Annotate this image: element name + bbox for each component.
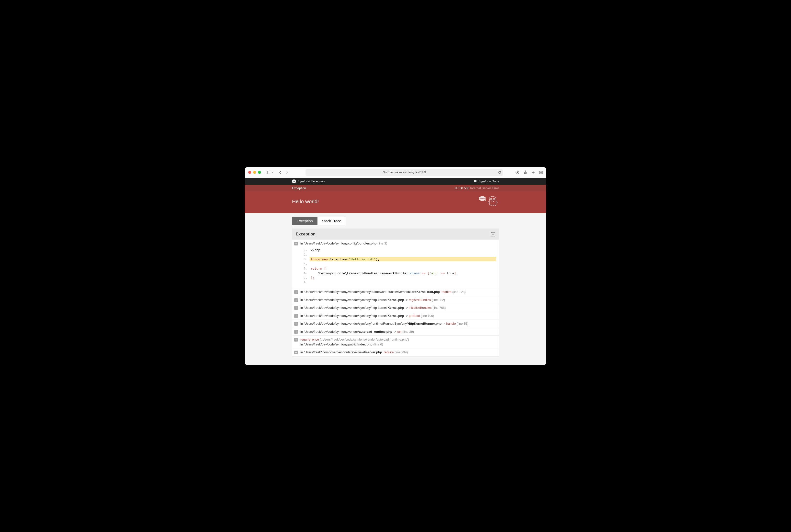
frame-location: in /Users/freek/dev/code/symfony/config/… xyxy=(300,241,496,246)
stack-frame: in /Users/freek/dev/code/symfony/vendor/… xyxy=(292,312,499,320)
close-window[interactable] xyxy=(248,171,251,174)
exception-message: Hello world! xyxy=(292,198,319,204)
frame-body: in /Users/freek/dev/code/symfony/vendor/… xyxy=(300,289,496,294)
stack-frame: in /Users/freek/dev/code/symfony/vendor/… xyxy=(292,288,499,296)
expand-toggle[interactable] xyxy=(294,314,298,318)
maximize-window[interactable] xyxy=(258,171,261,174)
hero: Hello world! Exception! xyxy=(245,191,546,213)
frame-body: in /Users/freek/dev/code/symfony/vendor/… xyxy=(300,314,496,318)
frame-body: in /Users/freek/dev/code/symfony/vendor/… xyxy=(300,298,496,302)
panel-header: Exception xyxy=(292,229,499,240)
tab-exception[interactable]: Exception xyxy=(292,216,318,225)
tab-stack-trace[interactable]: Stack Trace xyxy=(318,216,346,225)
stack-frame: in /Users/freek/dev/code/symfony/vendor/… xyxy=(292,320,499,328)
new-tab-icon[interactable] xyxy=(531,171,535,174)
stack-frame: in /Users/freek/dev/code/symfony/vendor/… xyxy=(292,328,499,336)
code-line: return [ xyxy=(301,266,496,271)
expand-toggle[interactable] xyxy=(294,298,298,302)
stack-frame: in /Users/freek/dev/code/symfony/config/… xyxy=(292,240,499,288)
page: Symfony Exception Symfony Docs Exception… xyxy=(245,178,546,365)
svg-point-12 xyxy=(494,199,494,199)
traffic-lights xyxy=(248,171,261,174)
frame-location: in /Users/freek/dev/code/symfony/vendor/… xyxy=(300,314,496,318)
browser-chrome: Not Secure — symfony.test/#F9 xyxy=(245,167,546,178)
share-icon[interactable] xyxy=(524,170,527,174)
frame-location: in /Users/freek/dev/code/symfony/vendor/… xyxy=(300,298,496,302)
expand-toggle[interactable] xyxy=(294,330,298,334)
expand-toggle[interactable] xyxy=(294,338,298,342)
code-line xyxy=(301,262,496,266)
code-line: throw new Exception("Hello world!"); xyxy=(301,257,496,262)
frame-location: in /Users/freek/.composer/vendor/laravel… xyxy=(300,350,496,355)
code-line xyxy=(301,252,496,257)
frame-body: in /Users/freek/dev/code/symfony/vendor/… xyxy=(300,305,496,310)
docs-label: Symfony Docs xyxy=(478,179,499,183)
stack-frame: in /Users/freek/dev/code/symfony/vendor/… xyxy=(292,304,499,312)
exception-panel: Exception in /Users/freek/dev/code/symfo… xyxy=(292,229,499,357)
code-line: <?php xyxy=(301,248,496,252)
frame-body: in /Users/freek/.composer/vendor/laravel… xyxy=(300,350,496,355)
symfony-logo-icon xyxy=(292,179,296,183)
frame-body: in /Users/freek/dev/code/symfony/vendor/… xyxy=(300,321,496,326)
exception-class: Exception xyxy=(292,186,306,190)
downloads-icon[interactable] xyxy=(515,170,519,174)
back-button[interactable] xyxy=(279,170,282,174)
frames-list: in /Users/freek/dev/code/symfony/config/… xyxy=(292,240,499,356)
http-status: HTTP 500 Internal Server Error xyxy=(455,186,499,190)
code-line: ]; xyxy=(301,276,496,280)
svg-rect-5 xyxy=(540,173,541,174)
address-bar[interactable]: Not Secure — symfony.test/#F9 xyxy=(305,169,503,176)
browser-window: Not Secure — symfony.test/#F9 Symfony Ex… xyxy=(245,167,546,365)
stack-frame: require_once ('/Users/freek/dev/code/sym… xyxy=(292,336,499,348)
collapse-all-toggle[interactable] xyxy=(491,232,495,236)
svg-rect-0 xyxy=(266,171,270,174)
stack-frame: in /Users/freek/dev/code/symfony/vendor/… xyxy=(292,296,499,304)
address-text: Not Secure — symfony.test/#F9 xyxy=(383,171,426,174)
ghost-illustration-icon: Exception! xyxy=(477,195,499,208)
tabs: Exception Stack Trace xyxy=(292,216,499,225)
tabs-overview-icon[interactable] xyxy=(539,171,543,174)
code-line: Symfony\Bundle\FrameworkBundle\Framework… xyxy=(301,271,496,276)
chevron-down-icon xyxy=(271,172,273,173)
svg-point-11 xyxy=(491,199,491,199)
forward-button[interactable] xyxy=(286,170,288,174)
svg-text:Exception!: Exception! xyxy=(478,198,487,200)
frame-body: in /Users/freek/dev/code/symfony/vendor/… xyxy=(300,329,496,334)
minimize-window[interactable] xyxy=(253,171,256,174)
panel-title: Exception xyxy=(296,232,316,237)
frame-body: require_once ('/Users/freek/dev/code/sym… xyxy=(300,337,496,347)
sidebar-toggle[interactable] xyxy=(266,171,273,174)
frame-location: in /Users/freek/dev/code/symfony/vendor/… xyxy=(300,289,496,294)
topbar-title: Symfony Exception xyxy=(297,179,324,183)
frame-location: in /Users/freek/dev/code/symfony/vendor/… xyxy=(300,329,496,334)
chrome-right-icons xyxy=(515,170,543,174)
frame-body: in /Users/freek/dev/code/symfony/config/… xyxy=(300,241,496,287)
code-snippet: <?phpthrow new Exception("Hello world!")… xyxy=(301,248,496,285)
expand-toggle[interactable] xyxy=(294,306,298,310)
frame-location: in /Users/freek/dev/code/symfony/vendor/… xyxy=(300,305,496,310)
stack-frame: in /Users/freek/.composer/vendor/laravel… xyxy=(292,348,499,356)
expand-toggle[interactable] xyxy=(294,290,298,294)
svg-rect-6 xyxy=(541,173,543,174)
content: Exception Stack Trace Exception in /User… xyxy=(245,213,546,365)
expand-toggle[interactable] xyxy=(294,242,298,245)
frame-location: in /Users/freek/dev/code/symfony/vendor/… xyxy=(300,321,496,326)
frame-call: require_once ('/Users/freek/dev/code/sym… xyxy=(300,337,496,342)
refresh-icon[interactable] xyxy=(498,171,501,174)
symfony-topbar: Symfony Exception Symfony Docs xyxy=(245,178,546,185)
nav-arrows xyxy=(279,170,288,174)
frame-location: in /Users/freek/dev/code/symfony/public/… xyxy=(300,342,496,347)
svg-point-13 xyxy=(492,201,494,202)
expand-toggle[interactable] xyxy=(294,322,298,326)
docs-link[interactable]: Symfony Docs xyxy=(473,179,499,183)
code-line xyxy=(301,280,496,285)
svg-rect-4 xyxy=(541,171,543,172)
svg-rect-3 xyxy=(540,171,541,172)
expand-toggle[interactable] xyxy=(294,350,298,354)
error-strip: Exception HTTP 500 Internal Server Error xyxy=(245,185,546,191)
book-icon xyxy=(473,179,477,183)
